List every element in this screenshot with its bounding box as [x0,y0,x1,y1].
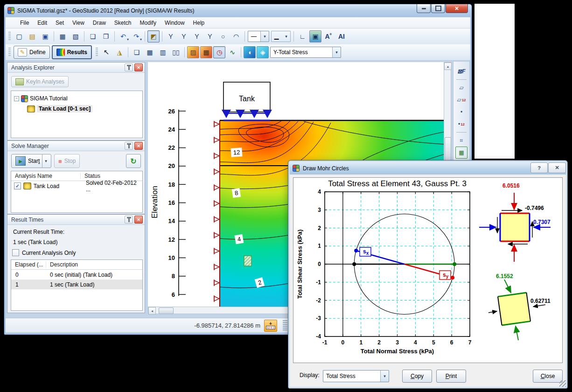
col-status[interactable]: Status [81,173,100,179]
menu-set[interactable]: Set [51,18,68,28]
line-weight-combo[interactable]: ▁▾ [271,31,291,42]
window-titlebar[interactable]: SIGMA Tutorial.gsz* - GeoStudio 2012 [Re… [4,4,472,17]
col-description[interactable]: Description [46,261,78,268]
start-button[interactable]: ▶ Start ▾ [11,154,51,168]
object-select-icon[interactable]: ◩ [147,30,160,42]
toolbar-grip[interactable] [8,32,11,41]
draw-contours-icon[interactable]: ▨ [187,46,199,58]
sketch-axes2-icon[interactable]: ∟ [296,30,308,42]
sketch-arc-icon[interactable]: ◠ [230,30,242,42]
dialog-close-button[interactable]: ✕ [548,162,566,173]
menu-view[interactable]: View [68,18,89,28]
scroll-up-icon[interactable]: ▴ [444,63,452,70]
contour-function-icon[interactable]: ⊠F [455,65,467,77]
refresh-button[interactable]: ↻ [126,154,141,168]
display-combo[interactable]: Total Stress ▾ [323,370,389,382]
panel-close-icon[interactable]: ✕ [134,63,143,71]
col-analysis-name[interactable]: Analysis Name [11,173,81,179]
paste-icon[interactable]: ❐ [100,30,112,42]
resize-grip[interactable] [559,380,566,387]
add-text-icon[interactable]: AI [335,30,348,42]
table-row[interactable]: ✓ Tank Load Solved 02-Feb-2012 ... [11,181,142,191]
scroll-thumb[interactable] [445,137,451,161]
col-elapsed[interactable]: Elapsed (... [11,261,46,268]
table-row[interactable]: 0 0 sec (initial) (Tank Load) [11,270,142,280]
panel-close-icon[interactable]: ✕ [134,142,143,150]
stop-button[interactable]: ■ Stop [54,154,80,168]
panel-header[interactable]: Result Times ✕ [7,215,145,225]
close-button[interactable]: ✕ [446,4,468,13]
draw-mohr-circles-icon[interactable]: ◷ [213,46,225,58]
node-value-icon[interactable]: •12 [455,118,467,130]
analysis-checkbox[interactable]: ✓ [14,182,21,189]
add-image-icon[interactable]: ▣ [309,30,321,42]
contour-legend-icon[interactable]: ◈ [257,46,269,58]
menu-sketch[interactable]: Sketch [110,18,136,28]
grid-fill-icon[interactable]: ▦ [455,147,467,159]
pin-icon[interactable] [125,63,133,71]
scroll-left-icon[interactable]: ◂ [148,307,156,315]
sketch-polyline-icon[interactable]: Y [191,30,203,42]
toolbar-grip[interactable] [96,48,98,57]
define-button[interactable]: ✎ Define [14,46,50,59]
draw-isolines-icon[interactable]: ▩ [200,46,212,58]
tree-collapse-icon[interactable]: − [14,96,19,101]
menu-window[interactable]: Window [160,18,189,28]
print-icon[interactable]: ▦ [56,30,69,42]
view-report-icon[interactable]: ▥ [157,46,169,58]
pin-icon[interactable] [125,216,133,224]
current-analysis-checkbox[interactable] [12,249,19,256]
open-file-icon[interactable]: ▤ [26,30,38,42]
copy-data-icon[interactable]: ❏ [131,46,143,58]
table-row-selected[interactable]: 1 1 sec (Tank Load) [11,280,142,289]
copy-button[interactable]: Copy [402,370,432,383]
close-dialog-button[interactable]: Close [533,370,563,383]
line-style-combo[interactable]: —▾ [248,31,269,42]
sketch-text-icon[interactable]: Y [204,30,216,42]
animation-icon[interactable]: ▯▯ [170,46,182,58]
coordinate-grid-icon[interactable]: + 12.0,1 [264,320,277,332]
selected-element[interactable] [244,256,251,266]
node-icon[interactable]: • [455,106,467,118]
menu-help[interactable]: Help [189,18,209,28]
tree-item-analysis[interactable]: Tank Load [0-1 sec] [27,104,142,113]
contour-flow-icon[interactable]: ◖ [244,46,256,58]
minimize-button[interactable] [417,4,431,13]
panel-close-icon[interactable]: ✕ [134,216,143,224]
contour-label-icon[interactable]: ▱ [455,82,467,94]
results-button[interactable]: Results [52,45,92,59]
tree-item-root[interactable]: − SIGMA Tutorial [14,94,142,103]
print-preview-icon[interactable]: ▧ [70,30,82,42]
contour-label-value-icon[interactable]: ▱12 [455,94,467,106]
copy-icon[interactable]: ❏ [87,30,99,42]
current-analysis-only-row[interactable]: Current Analysis Only [12,249,76,256]
menu-modify[interactable]: Modify [136,18,160,28]
sketch-line-icon[interactable]: Y [178,30,190,42]
keyin-analyses-button[interactable]: KeyIn Analyses [11,76,69,87]
undo-icon[interactable]: ↶▾ [117,30,129,42]
pin-icon[interactable] [125,142,133,150]
print-button[interactable]: Print [436,370,466,383]
modify-text-icon[interactable]: A˚ [322,30,335,42]
zoom-object-icon[interactable]: ◮ [113,46,126,58]
menu-draw[interactable]: Draw [89,18,110,28]
contour-parameter-combo[interactable]: Y-Total Stress ▾ [270,47,341,58]
draw-graph-icon[interactable]: ∿ [226,46,238,58]
sketch-circle-icon[interactable]: ○ [217,30,229,42]
save-icon[interactable]: ▣ [39,30,51,42]
menu-file[interactable]: File [16,18,33,28]
toolbar-grip[interactable] [8,48,11,57]
panel-header[interactable]: Solve Manager ✕ [7,141,145,151]
statusbar-grip[interactable] [283,320,287,330]
redo-icon[interactable]: ↷▾ [130,30,142,42]
view-table-icon[interactable]: ▦ [144,46,156,58]
menu-edit[interactable]: Edit [33,18,51,28]
dialog-help-button[interactable]: ? [530,162,548,173]
sketch-axes-icon[interactable]: Y [165,30,177,42]
scroll-thumb[interactable] [159,308,174,314]
select-cursor-icon[interactable]: ↖ [100,46,112,58]
new-file-icon[interactable]: ▢ [13,30,25,42]
maximize-button[interactable] [431,4,445,13]
dialog-titlebar[interactable]: Draw Mohr Circles [290,162,566,175]
panel-header[interactable]: Analysis Explorer ✕ [7,63,145,73]
